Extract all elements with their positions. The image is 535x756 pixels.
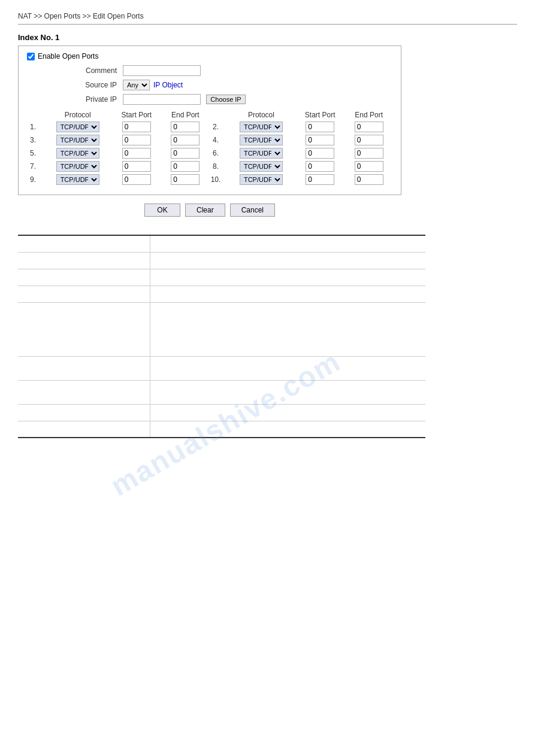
start-port-cell-left (111, 133, 162, 147)
enable-row: Enable Open Ports (27, 52, 392, 60)
end-port-input-left[interactable] (171, 174, 200, 185)
row-num: 7. (27, 160, 39, 173)
list-item (18, 286, 425, 302)
end-port-input-right[interactable] (355, 161, 383, 172)
list-item (18, 235, 425, 252)
bottom-table (18, 235, 425, 438)
table-col1 (18, 356, 150, 380)
end-port-input-right[interactable] (355, 174, 383, 185)
source-ip-label: Source IP (27, 81, 123, 89)
cancel-button[interactable]: Cancel (230, 204, 275, 217)
table-col1 (18, 235, 150, 252)
comment-label: Comment (27, 66, 123, 75)
start-port-cell-right (295, 173, 345, 186)
table-col1 (18, 269, 150, 286)
row-num: 1. (27, 120, 39, 133)
protocol-select-right[interactable]: TCP/UDPTCPUDPICMP (240, 122, 283, 132)
start-port-input-left[interactable] (122, 148, 151, 159)
table-col2 (150, 302, 425, 356)
start-port-input-right[interactable] (306, 174, 334, 185)
end-port-cell-right (345, 120, 392, 133)
protocol-select-left[interactable]: TCP/UDPTCPUDPICMP (56, 174, 99, 185)
right-spacer (222, 147, 228, 160)
start-port-cell-left (111, 173, 162, 186)
row-num-right: 6. (209, 147, 223, 160)
end-port-input-right[interactable] (355, 122, 383, 132)
proto-cell-left: TCP/UDPTCPUDPICMP (44, 120, 111, 133)
start-port-cell-left (111, 120, 162, 133)
ok-button[interactable]: OK (144, 204, 180, 217)
protocol-select-right[interactable]: TCP/UDPTCPUDPICMP (240, 161, 283, 172)
col-protocol-2: Protocol (228, 110, 295, 120)
proto-cell-left: TCP/UDPTCPUDPICMP (44, 173, 111, 186)
proto-cell-left: TCP/UDPTCPUDPICMP (44, 160, 111, 173)
breadcrumb: NAT >> Open Ports >> Edit Open Ports (18, 12, 517, 20)
right-spacer (222, 160, 228, 173)
start-port-input-right[interactable] (306, 148, 334, 159)
row-num: 9. (27, 173, 39, 186)
start-port-cell-right (295, 120, 345, 133)
source-ip-controls: Any IP Object (123, 80, 183, 90)
end-port-input-left[interactable] (171, 161, 200, 172)
table-row: 5. TCP/UDPTCPUDPICMP 6. TCP/UDPTCPUDPICM… (27, 147, 392, 160)
table-col2 (150, 380, 425, 404)
start-port-input-right[interactable] (306, 122, 334, 132)
source-ip-select[interactable]: Any (123, 80, 150, 90)
private-ip-input[interactable] (123, 94, 201, 105)
col-start-1: Start Port (111, 110, 162, 120)
proto-cell-right: TCP/UDPTCPUDPICMP (228, 120, 295, 133)
start-port-input-left[interactable] (122, 174, 151, 185)
table-col2 (150, 269, 425, 286)
protocol-select-left[interactable]: TCP/UDPTCPUDPICMP (56, 135, 99, 145)
clear-button[interactable]: Clear (185, 204, 225, 217)
protocol-select-left[interactable]: TCP/UDPTCPUDPICMP (56, 161, 99, 172)
right-spacer (222, 133, 228, 147)
proto-cell-left: TCP/UDPTCPUDPICMP (44, 147, 111, 160)
comment-input[interactable] (123, 65, 201, 76)
choose-ip-button[interactable]: Choose IP (206, 95, 245, 104)
end-port-input-right[interactable] (355, 135, 383, 145)
end-port-cell-left (162, 173, 209, 186)
end-port-input-left[interactable] (171, 135, 200, 145)
enable-checkbox[interactable] (27, 53, 35, 60)
button-row: OK Clear Cancel (18, 204, 401, 217)
protocol-select-right[interactable]: TCP/UDPTCPUDPICMP (240, 148, 283, 159)
private-ip-label: Private IP (27, 95, 123, 104)
ip-object-link[interactable]: IP Object (153, 81, 183, 89)
right-spacer (222, 120, 228, 133)
protocol-select-left[interactable]: TCP/UDPTCPUDPICMP (56, 122, 99, 132)
row-num-right: 2. (209, 120, 223, 133)
protocol-select-right[interactable]: TCP/UDPTCPUDPICMP (240, 174, 283, 185)
col-end-2: End Port (345, 110, 392, 120)
source-ip-row: Source IP Any IP Object (27, 80, 392, 90)
table-col2 (150, 421, 425, 438)
row-num-right: 10. (209, 173, 223, 186)
start-port-input-left[interactable] (122, 122, 151, 132)
list-item (18, 269, 425, 286)
table-row: 1. TCP/UDPTCPUDPICMP 2. TCP/UDPTCPUDPICM… (27, 120, 392, 133)
start-port-cell-left (111, 160, 162, 173)
table-col2 (150, 252, 425, 269)
start-port-input-left[interactable] (122, 161, 151, 172)
end-port-cell-left (162, 133, 209, 147)
table-col1 (18, 380, 150, 404)
end-port-input-right[interactable] (355, 148, 383, 159)
protocol-select-left[interactable]: TCP/UDPTCPUDPICMP (56, 148, 99, 159)
end-port-input-left[interactable] (171, 122, 200, 132)
proto-cell-left: TCP/UDPTCPUDPICMP (44, 133, 111, 147)
table-row: 9. TCP/UDPTCPUDPICMP 10. TCP/UDPTCPUDPIC… (27, 173, 392, 186)
index-title: Index No. 1 (18, 33, 517, 42)
start-port-cell-right (295, 133, 345, 147)
comment-field-wrap (123, 65, 201, 76)
row-num: 5. (27, 147, 39, 160)
table-col1 (18, 286, 150, 302)
start-port-input-left[interactable] (122, 135, 151, 145)
end-port-cell-left (162, 147, 209, 160)
left-spacer (39, 147, 44, 160)
start-port-input-right[interactable] (306, 161, 334, 172)
end-port-cell-right (345, 173, 392, 186)
col-end-1: End Port (162, 110, 209, 120)
end-port-input-left[interactable] (171, 148, 200, 159)
protocol-select-right[interactable]: TCP/UDPTCPUDPICMP (240, 135, 283, 145)
start-port-input-right[interactable] (306, 135, 334, 145)
